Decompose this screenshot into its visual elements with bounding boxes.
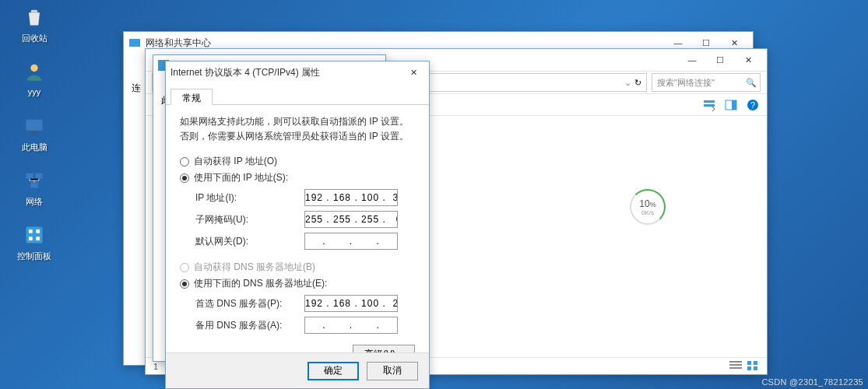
desktop-icon-this-pc[interactable]: 此电脑	[11, 114, 58, 153]
large-icons-view-icon[interactable]	[747, 360, 759, 373]
svg-rect-5	[30, 182, 37, 187]
alternate-dns-label: 备用 DNS 服务器(A):	[195, 319, 304, 332]
radio-icon	[180, 263, 189, 272]
radio-icon	[180, 173, 189, 183]
radio-icon	[180, 279, 189, 289]
general-panel: 如果网络支持此功能，则可以获取自动指派的 IP 设置。否则，你需要从网络系统管理…	[166, 105, 429, 372]
ip-address-label: IP 地址(I):	[195, 191, 304, 205]
radio-icon	[180, 157, 189, 166]
refresh-icon[interactable]: ↻	[634, 78, 641, 88]
alternate-dns-input[interactable]	[304, 317, 398, 334]
dropdown-icon[interactable]: ⌄	[624, 78, 631, 88]
svg-point-0	[30, 65, 37, 72]
svg-rect-6	[26, 227, 43, 244]
maximize-button[interactable]: ☐	[706, 51, 734, 69]
svg-rect-24	[754, 366, 757, 370]
svg-rect-2	[32, 131, 37, 133]
svg-rect-23	[747, 366, 751, 370]
user-folder-icon	[22, 59, 47, 84]
svg-rect-13	[704, 104, 715, 107]
window-title: 网络和共享中心	[146, 37, 211, 50]
svg-rect-10	[36, 237, 40, 240]
desktop-icon-label: 控制面板	[11, 251, 58, 262]
default-gateway-label: 默认网关(D):	[195, 235, 304, 248]
svg-rect-19	[729, 364, 742, 366]
close-button[interactable]: ✕	[734, 51, 762, 69]
desktop-icon-label: 网络	[11, 196, 58, 208]
svg-rect-7	[29, 230, 33, 233]
tab-general[interactable]: 常规	[170, 89, 213, 105]
speed-gauge: 10% 0K/s	[630, 189, 666, 225]
dialog-title: Internet 协议版本 4 (TCP/IPv4) 属性	[170, 66, 320, 79]
svg-text:?: ?	[750, 100, 755, 110]
radio-obtain-ip-auto[interactable]: 自动获得 IP 地址(O)	[180, 155, 415, 168]
desktop-icon-label: yyy	[11, 87, 58, 96]
svg-rect-22	[754, 361, 757, 365]
help-icon[interactable]: ?	[747, 99, 759, 111]
dialog-footer: 确定 取消	[166, 352, 429, 388]
close-button[interactable]: ✕	[402, 63, 424, 82]
dialog-ipv4-properties: Internet 协议版本 4 (TCP/IPv4) 属性 ✕ 常规 如果网络支…	[165, 61, 430, 389]
desktop-icon-recycle-bin[interactable]: 回收站	[11, 5, 58, 44]
svg-rect-11	[129, 39, 140, 47]
ip-address-input[interactable]	[304, 189, 398, 206]
svg-rect-1	[26, 120, 43, 131]
titlebar[interactable]: Internet 协议版本 4 (TCP/IPv4) 属性 ✕	[166, 61, 429, 83]
svg-rect-18	[729, 361, 742, 363]
item-count: 1	[153, 362, 158, 371]
desktop-icon-label: 此电脑	[11, 142, 58, 153]
subnet-mask-label: 子网掩码(U):	[195, 213, 304, 226]
desktop-icon-folder[interactable]: yyy	[11, 59, 58, 96]
preferred-dns-label: 首选 DNS 服务器(P):	[195, 297, 304, 310]
cancel-button[interactable]: 取消	[367, 362, 418, 380]
tab-strip: 常规	[166, 83, 429, 105]
view-options-icon[interactable]	[703, 99, 715, 111]
ok-button[interactable]: 确定	[307, 362, 359, 380]
subnet-mask-input[interactable]	[304, 211, 398, 228]
svg-rect-12	[704, 100, 715, 103]
pc-icon	[22, 114, 47, 138]
desktop-icon-network[interactable]: 网络	[11, 168, 58, 208]
svg-rect-15	[732, 100, 736, 110]
default-gateway-input[interactable]	[304, 233, 398, 250]
svg-rect-21	[747, 361, 751, 365]
svg-rect-20	[729, 367, 742, 369]
window-icon	[128, 37, 141, 49]
minimize-button[interactable]: —	[678, 51, 706, 69]
recycle-bin-icon	[22, 5, 47, 30]
radio-use-ip-following[interactable]: 使用下面的 IP 地址(S):	[180, 171, 415, 184]
svg-rect-3	[26, 173, 33, 179]
radio-obtain-dns-auto: 自动获得 DNS 服务器地址(B)	[180, 261, 415, 274]
svg-rect-4	[35, 173, 42, 179]
desktop-icon-control-panel[interactable]: 控制面板	[11, 223, 58, 262]
desktop-icon-label: 回收站	[11, 33, 58, 44]
description-text: 如果网络支持此功能，则可以获取自动指派的 IP 设置。否则，你需要从网络系统管理…	[180, 114, 415, 144]
watermark: CSDN @2301_78212235	[761, 377, 863, 387]
search-input[interactable]: 搜索"网络连接"🔍	[652, 73, 761, 92]
preferred-dns-input[interactable]	[304, 295, 398, 312]
network-icon	[22, 168, 47, 193]
details-view-icon[interactable]	[729, 360, 742, 373]
svg-rect-9	[29, 237, 33, 240]
preview-pane-icon[interactable]	[725, 99, 737, 111]
search-icon: 🔍	[746, 78, 757, 88]
control-panel-icon	[22, 223, 47, 247]
radio-use-dns-following[interactable]: 使用下面的 DNS 服务器地址(E):	[180, 277, 415, 290]
svg-rect-8	[36, 230, 40, 233]
